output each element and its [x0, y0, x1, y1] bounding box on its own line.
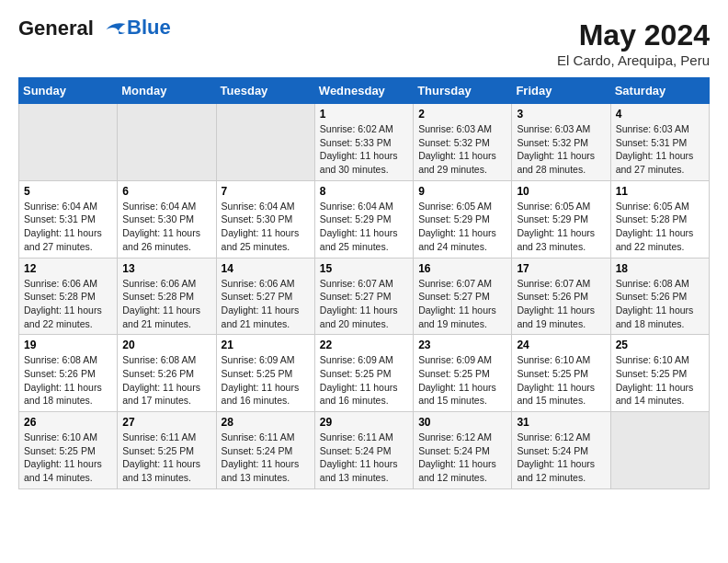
sunset-text: Sunset: 5:31 PM: [24, 213, 96, 224]
calendar-cell: 27 Sunrise: 6:11 AM Sunset: 5:25 PM Dayl…: [118, 412, 216, 489]
daylight-text: Daylight: 11 hours and 28 minutes.: [517, 150, 595, 175]
sunset-text: Sunset: 5:25 PM: [616, 368, 688, 379]
calendar-cell: 3 Sunrise: 6:03 AM Sunset: 5:32 PM Dayli…: [512, 104, 610, 181]
header-thursday: Thursday: [414, 78, 512, 104]
sunset-text: Sunset: 5:30 PM: [222, 213, 293, 224]
sunset-text: Sunset: 5:32 PM: [517, 137, 588, 148]
daylight-text: Daylight: 11 hours and 19 minutes.: [418, 304, 496, 329]
sunset-text: Sunset: 5:24 PM: [418, 445, 490, 456]
calendar-cell: 14 Sunrise: 6:06 AM Sunset: 5:27 PM Dayl…: [216, 258, 314, 335]
sunrise-text: Sunrise: 6:07 AM: [320, 278, 393, 289]
sunset-text: Sunset: 5:29 PM: [517, 213, 588, 224]
sunrise-text: Sunrise: 6:10 AM: [517, 354, 590, 365]
sunset-text: Sunset: 5:28 PM: [616, 213, 688, 224]
day-number: 6: [122, 185, 210, 198]
day-number: 25: [616, 339, 704, 351]
sunrise-text: Sunrise: 6:06 AM: [122, 278, 196, 289]
sunrise-text: Sunrise: 6:06 AM: [222, 278, 295, 289]
sunrise-text: Sunrise: 6:09 AM: [418, 354, 492, 365]
sunrise-text: Sunrise: 6:07 AM: [517, 278, 590, 289]
sunrise-text: Sunrise: 6:04 AM: [320, 201, 393, 212]
day-number: 12: [24, 262, 112, 275]
day-number: 8: [320, 185, 408, 198]
logo-bird-icon: [99, 19, 127, 40]
main-title: May 2024: [557, 18, 710, 52]
sunset-text: Sunset: 5:25 PM: [222, 368, 293, 379]
sunrise-text: Sunrise: 6:04 AM: [24, 201, 97, 212]
calendar-cell: 11 Sunrise: 6:05 AM Sunset: 5:28 PM Dayl…: [610, 180, 709, 258]
daylight-text: Daylight: 11 hours and 20 minutes.: [320, 304, 398, 329]
sunset-text: Sunset: 5:32 PM: [418, 137, 490, 148]
day-number: 31: [517, 416, 605, 429]
day-number: 18: [616, 262, 704, 275]
logo-text-blue: Blue: [127, 16, 171, 40]
calendar-cell: 17 Sunrise: 6:07 AM Sunset: 5:26 PM Dayl…: [512, 258, 610, 335]
calendar-week-row: 1 Sunrise: 6:02 AM Sunset: 5:33 PM Dayli…: [19, 104, 710, 181]
sunrise-text: Sunrise: 6:03 AM: [616, 123, 689, 134]
daylight-text: Daylight: 11 hours and 14 minutes.: [24, 458, 102, 483]
calendar-cell: 22 Sunrise: 6:09 AM Sunset: 5:25 PM Dayl…: [314, 335, 413, 412]
sunset-text: Sunset: 5:31 PM: [616, 137, 688, 148]
header-sunday: Sunday: [19, 78, 118, 104]
daylight-text: Daylight: 11 hours and 25 minutes.: [320, 227, 398, 252]
sunset-text: Sunset: 5:29 PM: [418, 213, 490, 224]
sunrise-text: Sunrise: 6:07 AM: [418, 278, 492, 289]
header-tuesday: Tuesday: [216, 78, 314, 104]
daylight-text: Daylight: 11 hours and 19 minutes.: [517, 304, 595, 329]
day-number: 19: [24, 339, 112, 351]
calendar-cell: 13 Sunrise: 6:06 AM Sunset: 5:28 PM Dayl…: [118, 258, 216, 335]
calendar-cell: 29 Sunrise: 6:11 AM Sunset: 5:24 PM Dayl…: [314, 412, 413, 489]
daylight-text: Daylight: 11 hours and 13 minutes.: [320, 458, 398, 483]
day-number: 5: [24, 185, 112, 198]
calendar-cell: 2 Sunrise: 6:03 AM Sunset: 5:32 PM Dayli…: [414, 104, 512, 181]
calendar-cell: 1 Sunrise: 6:02 AM Sunset: 5:33 PM Dayli…: [314, 104, 413, 181]
page-header: General Blue May 2024 El Cardo, Arequipa…: [18, 18, 710, 68]
calendar-cell: 24 Sunrise: 6:10 AM Sunset: 5:25 PM Dayl…: [512, 335, 610, 412]
sunrise-text: Sunrise: 6:10 AM: [616, 354, 689, 365]
day-number: 13: [122, 262, 210, 275]
sunset-text: Sunset: 5:28 PM: [24, 291, 96, 302]
day-number: 4: [616, 108, 704, 121]
sunset-text: Sunset: 5:25 PM: [122, 445, 194, 456]
sunrise-text: Sunrise: 6:03 AM: [418, 123, 492, 134]
day-number: 29: [320, 416, 408, 429]
sunrise-text: Sunrise: 6:05 AM: [517, 201, 590, 212]
sunrise-text: Sunrise: 6:04 AM: [222, 201, 295, 212]
calendar-cell: 31 Sunrise: 6:12 AM Sunset: 5:24 PM Dayl…: [512, 412, 610, 489]
calendar-cell: 26 Sunrise: 6:10 AM Sunset: 5:25 PM Dayl…: [19, 412, 118, 489]
sunset-text: Sunset: 5:26 PM: [517, 291, 588, 302]
sunrise-text: Sunrise: 6:08 AM: [616, 278, 689, 289]
sunset-text: Sunset: 5:30 PM: [122, 213, 194, 224]
sunrise-text: Sunrise: 6:11 AM: [222, 431, 295, 442]
calendar-cell: [216, 104, 314, 181]
calendar-week-row: 5 Sunrise: 6:04 AM Sunset: 5:31 PM Dayli…: [19, 180, 710, 258]
daylight-text: Daylight: 11 hours and 17 minutes.: [122, 382, 200, 407]
calendar-cell: [118, 104, 216, 181]
sunrise-text: Sunrise: 6:11 AM: [122, 431, 196, 442]
calendar-week-row: 12 Sunrise: 6:06 AM Sunset: 5:28 PM Dayl…: [19, 258, 710, 335]
daylight-text: Daylight: 11 hours and 26 minutes.: [122, 227, 200, 252]
sunset-text: Sunset: 5:25 PM: [418, 368, 490, 379]
daylight-text: Daylight: 11 hours and 18 minutes.: [616, 304, 694, 329]
daylight-text: Daylight: 11 hours and 23 minutes.: [517, 227, 595, 252]
daylight-text: Daylight: 11 hours and 30 minutes.: [320, 150, 398, 175]
day-number: 24: [517, 339, 605, 351]
daylight-text: Daylight: 11 hours and 25 minutes.: [222, 227, 300, 252]
title-block: May 2024 El Cardo, Arequipa, Peru: [557, 18, 710, 68]
day-number: 20: [122, 339, 210, 351]
day-number: 15: [320, 262, 408, 275]
logo: General Blue: [18, 18, 171, 40]
sunset-text: Sunset: 5:27 PM: [222, 291, 293, 302]
day-number: 27: [122, 416, 210, 429]
day-number: 10: [517, 185, 605, 198]
day-number: 30: [418, 416, 506, 429]
sunrise-text: Sunrise: 6:11 AM: [320, 431, 393, 442]
calendar-table: SundayMondayTuesdayWednesdayThursdayFrid…: [18, 77, 710, 489]
daylight-text: Daylight: 11 hours and 13 minutes.: [122, 458, 200, 483]
sunrise-text: Sunrise: 6:05 AM: [616, 201, 689, 212]
daylight-text: Daylight: 11 hours and 18 minutes.: [24, 382, 102, 407]
header-wednesday: Wednesday: [314, 78, 413, 104]
day-number: 22: [320, 339, 408, 351]
day-number: 16: [418, 262, 506, 275]
calendar-cell: 18 Sunrise: 6:08 AM Sunset: 5:26 PM Dayl…: [610, 258, 709, 335]
